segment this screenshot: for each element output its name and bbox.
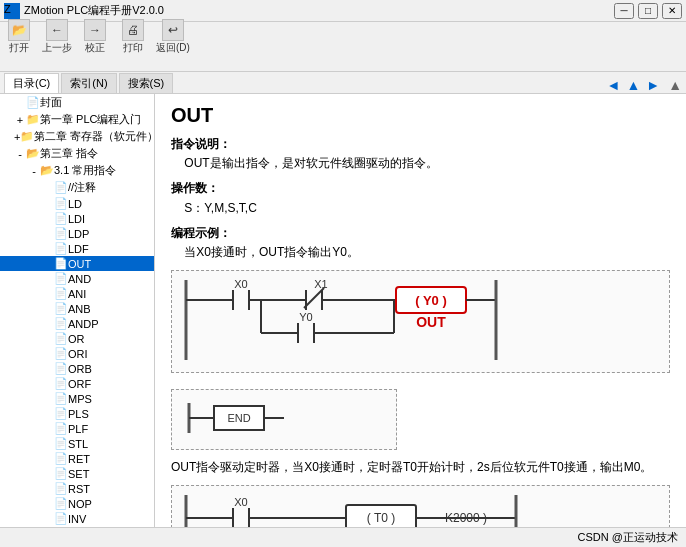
- sidebar-item-orb[interactable]: 📄ORB: [0, 361, 154, 376]
- app-icon: Z: [4, 3, 20, 19]
- defn-label: 返回(D): [156, 41, 190, 55]
- sidebar-item-ani[interactable]: 📄ANI: [0, 286, 154, 301]
- sidebar-item-ch3[interactable]: - 📂 第三章 指令: [0, 145, 154, 162]
- sidebar-item-nop[interactable]: 📄NOP: [0, 496, 154, 511]
- forward-label: 校正: [85, 41, 105, 55]
- close-button[interactable]: ✕: [662, 3, 682, 19]
- sidebar-item-pls[interactable]: 📄PLS: [0, 406, 154, 421]
- expand-button[interactable]: ▲: [668, 77, 682, 93]
- sidebar-item-orf[interactable]: 📄ORF: [0, 376, 154, 391]
- forward-icon: →: [84, 19, 106, 41]
- description-label: 指令说明：: [171, 137, 231, 151]
- item-icon: 📄: [54, 181, 68, 194]
- example-text: 当X0接通时，OUT指令输出Y0。: [171, 245, 359, 259]
- section-example: 编程示例： 当X0接通时，OUT指令输出Y0。: [171, 224, 670, 262]
- defn-button[interactable]: ↩ 返回(D): [156, 19, 190, 55]
- item-icon: 📄: [54, 227, 68, 240]
- item-label: LDF: [68, 243, 89, 255]
- print-label: 打印: [123, 41, 143, 55]
- status-bar: CSDN @正运动技术: [0, 527, 686, 547]
- tab-search[interactable]: 搜索(S): [119, 73, 174, 93]
- expander: +: [14, 114, 26, 126]
- print-button[interactable]: 🖨 打印: [118, 19, 148, 55]
- item-label: LD: [68, 198, 82, 210]
- window-title: ZMotion PLC编程手册V2.0.0: [24, 3, 164, 18]
- item-icon: 📂: [26, 147, 40, 160]
- sidebar-item-out[interactable]: 📄 OUT: [0, 256, 154, 271]
- svg-text:X1: X1: [314, 278, 327, 290]
- open-button[interactable]: 📂 打开: [4, 19, 34, 55]
- back-button[interactable]: ← 上一步: [42, 19, 72, 55]
- item-label: 第一章 PLC编程入门: [40, 112, 141, 127]
- example-label: 编程示例：: [171, 226, 231, 240]
- back-icon: ←: [46, 19, 68, 41]
- item-icon: 📄: [26, 96, 40, 109]
- sidebar-item-comment[interactable]: 📄 //注释: [0, 179, 154, 196]
- sidebar-item-stl[interactable]: 📄STL: [0, 436, 154, 451]
- sidebar-item-cover[interactable]: 📄 封面: [0, 94, 154, 111]
- expander: -: [14, 148, 26, 160]
- sidebar-item-inv[interactable]: 📄INV: [0, 511, 154, 526]
- toolbar: 📂 打开 ← 上一步 → 校正 🖨 打印 ↩ 返回(D): [0, 22, 686, 52]
- svg-text:( Y0 ): ( Y0 ): [415, 293, 447, 308]
- sidebar-item-rst[interactable]: 📄RST: [0, 481, 154, 496]
- sidebar-item-ch1[interactable]: + 📁 第一章 PLC编程入门: [0, 111, 154, 128]
- item-label: LDI: [68, 213, 85, 225]
- sidebar-item-ldp[interactable]: 📄 LDP: [0, 226, 154, 241]
- item-icon: 📂: [40, 164, 54, 177]
- item-icon: 📄: [54, 197, 68, 210]
- open-icon: 📂: [8, 19, 30, 41]
- sidebar-item-set[interactable]: 📄SET: [0, 466, 154, 481]
- item-icon: 📄: [54, 242, 68, 255]
- sidebar-item-anb[interactable]: 📄ANB: [0, 301, 154, 316]
- svg-text:END: END: [227, 412, 250, 424]
- sidebar-item-mps[interactable]: 📄MPS: [0, 391, 154, 406]
- ladder-diagram-1: X0 X1 ( Y0 ): [171, 270, 670, 373]
- content-title: OUT: [171, 104, 670, 127]
- back-label: 上一步: [42, 41, 72, 55]
- ladder-svg-3: X0 ( T0 ) K2000 ): [176, 490, 556, 527]
- item-label: 封面: [40, 95, 62, 110]
- maximize-button[interactable]: □: [638, 3, 658, 19]
- defn-icon: ↩: [162, 19, 184, 41]
- forward-button[interactable]: → 校正: [80, 19, 110, 55]
- sidebar-item-ld[interactable]: 📄 LD: [0, 196, 154, 211]
- sidebar-item-ret[interactable]: 📄RET: [0, 451, 154, 466]
- item-icon: 📄: [54, 257, 68, 270]
- sidebar-item-ldi[interactable]: 📄 LDI: [0, 211, 154, 226]
- svg-text:X0: X0: [234, 496, 247, 508]
- sidebar-item-plf[interactable]: 📄PLF: [0, 421, 154, 436]
- sidebar-item-ori[interactable]: 📄ORI: [0, 346, 154, 361]
- tab-navigation: ◄ ▲ ► ▲: [605, 77, 682, 93]
- sidebar-item-exe[interactable]: 📄EXE: [0, 526, 154, 527]
- nav-left-button[interactable]: ◄: [605, 77, 623, 93]
- nav-right-button[interactable]: ►: [644, 77, 662, 93]
- sidebar-item-or[interactable]: 📄OR: [0, 331, 154, 346]
- svg-text:OUT: OUT: [416, 314, 446, 330]
- sidebar-item-andp[interactable]: 📄ANDP: [0, 316, 154, 331]
- section-description: 指令说明： OUT是输出指令，是对软元件线圈驱动的指令。: [171, 135, 670, 173]
- svg-text:X0: X0: [234, 278, 247, 290]
- minimize-button[interactable]: ─: [614, 3, 634, 19]
- item-label: 3.1 常用指令: [54, 163, 116, 178]
- sidebar-item-ldf[interactable]: 📄 LDF: [0, 241, 154, 256]
- sidebar: 📄 封面 + 📁 第一章 PLC编程入门 + 📁 第二章 寄存器（软元件）类型 …: [0, 94, 155, 527]
- item-icon: 📁: [26, 113, 40, 126]
- tab-index[interactable]: 索引(N): [61, 73, 116, 93]
- main-content: 📄 封面 + 📁 第一章 PLC编程入门 + 📁 第二章 寄存器（软元件）类型 …: [0, 94, 686, 527]
- open-label: 打开: [9, 41, 29, 55]
- nav-up-button[interactable]: ▲: [624, 77, 642, 93]
- sidebar-item-ch2[interactable]: + 📁 第二章 寄存器（软元件）类型: [0, 128, 154, 145]
- operands-text: S：Y,M,S,T,C: [171, 201, 257, 215]
- tab-bar: 目录(C) 索引(N) 搜索(S) ◄ ▲ ► ▲: [0, 72, 686, 94]
- section-description2: OUT指令驱动定时器，当X0接通时，定时器T0开始计时，2s后位软元件T0接通，…: [171, 458, 670, 477]
- item-label: //注释: [68, 180, 96, 195]
- sidebar-item-and[interactable]: 📄AND: [0, 271, 154, 286]
- status-text: CSDN @正运动技术: [578, 530, 678, 545]
- svg-text:( T0 ): ( T0 ): [367, 511, 395, 525]
- tab-contents[interactable]: 目录(C): [4, 73, 59, 93]
- item-label: 第三章 指令: [40, 146, 98, 161]
- description-text: OUT是输出指令，是对软元件线圈驱动的指令。: [171, 156, 438, 170]
- item-icon: 📁: [20, 130, 34, 143]
- sidebar-item-ch3-1[interactable]: - 📂 3.1 常用指令: [0, 162, 154, 179]
